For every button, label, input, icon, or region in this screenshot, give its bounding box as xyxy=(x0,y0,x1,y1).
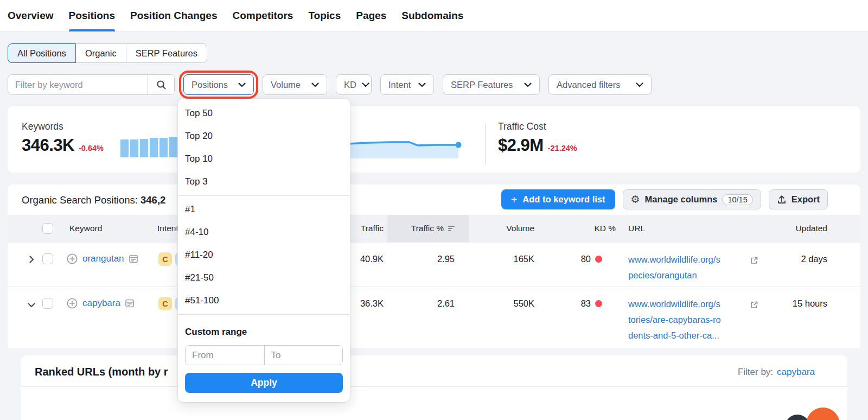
plus-icon: + xyxy=(511,194,518,205)
dropdown-option-51-100[interactable]: #51-100 xyxy=(178,289,350,312)
tab-position-changes[interactable]: Position Changes xyxy=(130,0,217,31)
checkbox xyxy=(42,223,53,234)
organic-positions-card: Organic Search Positions: 346,2 + Add to… xyxy=(8,184,860,348)
keyword-filter-group xyxy=(8,74,175,95)
chevron-down-icon xyxy=(524,82,532,87)
table-row: orangutan C 40.9K 2.95 165K 80 www.world… xyxy=(8,242,860,287)
apply-button[interactable]: Apply xyxy=(185,373,343,393)
serp-preview-icon[interactable] xyxy=(129,254,138,264)
custom-range-inputs xyxy=(185,345,343,365)
kd-value: 80 xyxy=(581,254,591,264)
volume-filter-button[interactable]: Volume xyxy=(263,74,327,95)
filter-bar: Positions Volume KD Intent SERP Features… xyxy=(8,74,652,95)
segment-organic[interactable]: Organic xyxy=(75,43,126,63)
row-checkbox[interactable] xyxy=(42,298,53,309)
dropdown-divider xyxy=(178,195,350,196)
tab-competitors[interactable]: Competitors xyxy=(232,0,293,31)
tab-label: Topics xyxy=(308,10,341,22)
filter-by-value-link[interactable]: capybara xyxy=(777,367,815,378)
table-title-count: 346,2 xyxy=(141,194,165,206)
export-label: Export xyxy=(792,194,820,205)
plus-circle-icon[interactable] xyxy=(66,297,78,309)
ranked-urls-card: Ranked URLs (month by r Filter by: capyb… xyxy=(21,355,847,420)
column-header-traffic-pct[interactable]: Traffic % xyxy=(391,215,455,242)
url-line: www.worldwildlife.org/s xyxy=(628,296,721,312)
search-button[interactable] xyxy=(148,75,174,94)
kd-filter-button[interactable]: KD xyxy=(336,74,372,95)
tab-topics[interactable]: Topics xyxy=(308,0,341,31)
advanced-filters-button[interactable]: Advanced filters xyxy=(548,74,652,95)
chevron-down-icon xyxy=(418,82,426,87)
positions-filter-button[interactable]: Positions xyxy=(183,74,254,95)
segment-serp-features[interactable]: SERP Features xyxy=(126,43,207,63)
column-header-updated[interactable]: Updated xyxy=(773,215,827,242)
dropdown-option-11-20[interactable]: #11-20 xyxy=(178,244,350,266)
tab-subdomains[interactable]: Subdomains xyxy=(401,0,463,31)
keyword-link[interactable]: orangutan xyxy=(82,253,124,264)
keyword-cell: capybara xyxy=(66,297,135,309)
tab-overview[interactable]: Overview xyxy=(8,0,54,31)
url-line: dents-and-5-other-ca... xyxy=(628,328,721,343)
column-header-kd[interactable]: KD % xyxy=(561,215,616,242)
chevron-right-icon xyxy=(27,255,36,264)
export-icon xyxy=(777,195,787,205)
intent-filter-button[interactable]: Intent xyxy=(380,74,434,95)
intent-badge-commercial[interactable]: C xyxy=(158,297,172,310)
tab-label: Overview xyxy=(8,10,54,22)
dropdown-option-21-50[interactable]: #21-50 xyxy=(178,266,350,289)
table-title: Organic Search Positions: 346,2 xyxy=(22,194,165,206)
column-header-volume[interactable]: Volume xyxy=(480,215,534,242)
manage-columns-label: Manage columns xyxy=(645,194,718,205)
url-cell[interactable]: www.worldwildlife.org/s pecies/orangutan xyxy=(628,252,720,283)
table-header-row: Keyword Intent Traffic Traffic % Volume … xyxy=(8,215,860,242)
top-navigation: Overview Positions Position Changes Comp… xyxy=(0,0,868,31)
dropdown-option-top3[interactable]: Top 3 xyxy=(178,170,350,193)
external-link-icon[interactable] xyxy=(750,256,758,265)
tab-pages[interactable]: Pages xyxy=(356,0,386,31)
dropdown-option-top20[interactable]: Top 20 xyxy=(178,125,350,148)
dropdown-option-4-10[interactable]: #4-10 xyxy=(178,221,350,244)
dropdown-option-1[interactable]: #1 xyxy=(178,198,350,221)
collapse-row-button[interactable] xyxy=(27,301,36,309)
filter-by-label: Filter by: xyxy=(738,367,773,378)
manage-columns-button[interactable]: ⚙ Manage columns 10/15 xyxy=(623,189,761,209)
keyword-cell: orangutan xyxy=(66,253,138,265)
custom-range-to-input[interactable] xyxy=(264,346,343,365)
url-line: tories/are-capybaras-ro xyxy=(628,312,721,328)
expand-row-button[interactable] xyxy=(27,255,36,264)
table-row: capybara C 36.3K 2.61 550K 83 www.worldw… xyxy=(8,287,860,348)
keyword-filter-input[interactable] xyxy=(8,75,148,94)
custom-range-from-input[interactable] xyxy=(186,346,264,365)
sort-descending-icon xyxy=(448,226,455,231)
add-to-keyword-list-button[interactable]: + Add to keyword list xyxy=(501,189,615,209)
serp-preview-icon[interactable] xyxy=(125,298,135,308)
tab-positions[interactable]: Positions xyxy=(69,0,116,31)
ranked-urls-title: Ranked URLs (month by r xyxy=(35,366,168,378)
plus-circle-icon[interactable] xyxy=(66,253,78,265)
active-tab-underline xyxy=(69,29,116,31)
keywords-stat-label: Keywords xyxy=(22,121,63,132)
export-button[interactable]: Export xyxy=(769,189,828,209)
select-all-checkbox[interactable] xyxy=(42,215,53,242)
chevron-down-icon xyxy=(362,82,369,87)
column-header-keyword[interactable]: Keyword xyxy=(69,215,102,242)
keywords-spark-bar xyxy=(150,138,158,157)
kd-value: 83 xyxy=(581,298,591,308)
intent-badge-commercial[interactable]: C xyxy=(158,252,172,266)
segment-all-positions[interactable]: All Positions xyxy=(8,43,76,63)
row-checkbox[interactable] xyxy=(42,253,53,264)
dropdown-divider xyxy=(178,314,350,315)
summary-divider xyxy=(485,124,486,165)
column-header-url[interactable]: URL xyxy=(628,215,645,242)
url-cell[interactable]: www.worldwildlife.org/s tories/are-capyb… xyxy=(628,296,721,343)
ranked-urls-filter: Filter by: capybara xyxy=(738,367,815,378)
updated-cell: 15 hours xyxy=(767,298,827,309)
external-link-icon[interactable] xyxy=(750,301,758,309)
volume-cell: 550K xyxy=(480,298,534,309)
dropdown-option-top50[interactable]: Top 50 xyxy=(178,102,350,125)
dropdown-option-top10[interactable]: Top 10 xyxy=(178,148,350,170)
serp-features-filter-button[interactable]: SERP Features xyxy=(443,74,540,95)
keyword-link[interactable]: capybara xyxy=(82,298,120,309)
updated-cell: 2 days xyxy=(767,254,827,264)
column-header-intent[interactable]: Intent xyxy=(157,215,178,242)
